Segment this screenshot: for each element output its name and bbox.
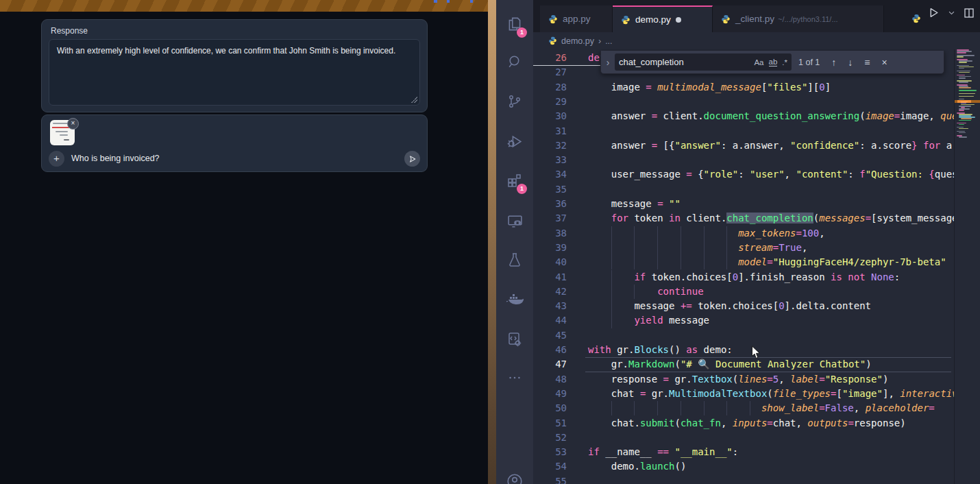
resize-handle[interactable] [411,97,417,103]
code-editor[interactable]: 26def2728 image = multimodal_message["fi… [533,49,980,484]
line-number[interactable]: 32 [533,138,567,153]
testing-icon[interactable] [496,245,533,275]
code-text: for token in client.chat_completion(mess… [567,211,980,226]
line-number[interactable]: 36 [533,197,567,211]
indent-guide [611,241,612,255]
line-number[interactable]: 31 [533,124,567,138]
whole-word-icon[interactable]: ab [769,58,778,66]
line-number[interactable]: 39 [533,241,567,255]
line-number[interactable]: 49 [533,387,567,401]
find-input[interactable]: chat_completion Aa ab .* [615,53,792,71]
line-number[interactable]: 35 [533,182,567,197]
minimap-line [959,87,971,88]
minimap-line [959,128,968,130]
line-number[interactable]: 26 [533,51,567,65]
code-text: continue [567,285,704,299]
minimap[interactable] [954,49,980,484]
indent-guide [681,241,681,255]
find-previous-icon[interactable]: ↑ [831,57,836,68]
split-editor-icon[interactable] [964,8,975,19]
line-number[interactable]: 43 [533,299,567,313]
regex-icon[interactable]: .* [782,58,787,66]
line-number[interactable]: 55 [533,474,567,484]
line-number[interactable]: 53 [533,445,567,459]
run-dropdown-chevron-icon[interactable] [948,9,955,16]
code-line: 46with gr.Blocks() as demo: [533,343,733,357]
breadcrumb-separator-icon: › [598,36,601,46]
breadcrumb-file[interactable]: demo.py [561,36,594,46]
find-next-icon[interactable]: ↓ [848,57,853,68]
indent-guide [657,255,658,269]
line-number[interactable]: 46 [533,343,567,357]
chat-message-input[interactable]: Who is being invoiced? [71,154,160,163]
response-label: Response [51,26,88,36]
minimap-line [957,65,969,66]
minimap-line [959,77,966,79]
minimap-line [959,120,971,121]
code-text [567,182,588,197]
tab-app-py[interactable]: app.py [540,5,613,32]
line-number[interactable]: 52 [533,431,567,445]
code-gear-icon[interactable] [496,324,533,354]
remove-attachment-button[interactable]: × [67,118,79,130]
line-number[interactable]: 48 [533,372,567,387]
line-number[interactable]: 45 [533,328,567,343]
run-button-icon[interactable] [928,7,940,19]
line-number[interactable]: 54 [533,459,567,474]
send-button[interactable] [404,151,420,167]
line-number[interactable]: 41 [533,270,567,285]
line-number[interactable]: 44 [533,313,567,328]
line-number[interactable]: 30 [533,109,567,123]
run-and-debug-icon[interactable] [496,126,533,156]
remote-explorer-icon[interactable] [496,206,533,236]
modified-dot-icon[interactable] [676,17,681,23]
match-case-icon[interactable]: Aa [754,58,763,66]
line-number[interactable]: 38 [533,226,567,241]
line-number[interactable]: 29 [533,95,567,109]
code-line: 32 answer = [{"answer": a.answer, "confi… [533,138,980,153]
code-line: 54 demo.launch() [533,459,686,474]
code-line: 31 [533,124,588,138]
find-collapse-chevron-icon[interactable]: › [601,57,615,68]
source-control-icon[interactable] [496,86,533,117]
line-number[interactable]: 33 [533,153,567,167]
add-file-button[interactable]: + [49,151,64,167]
line-number[interactable]: 40 [533,255,567,269]
badge: 1 [517,184,527,194]
code-line: 55 [533,474,588,484]
indent-guide [634,226,635,241]
find-close-icon[interactable]: × [881,57,887,68]
line-number[interactable]: 42 [533,285,567,299]
find-query-text[interactable]: chat_completion [619,57,749,67]
response-textarea[interactable]: With an extremely high level of confiden… [49,39,420,106]
indent-guide [704,401,705,415]
code-line: 53if __name__ == "__main__": [533,445,738,459]
tab-client-py[interactable]: _client.py ~/.../python3.11/... [713,5,884,32]
more-icon[interactable] [496,363,533,393]
line-number[interactable]: 37 [533,211,567,226]
code-line: 48 response = gr.Textbox(lines=5, label=… [533,372,888,387]
tab-demo-py[interactable]: demo.py [613,5,713,32]
search-icon[interactable] [496,47,533,77]
account-icon[interactable] [496,466,533,484]
indent-guide [681,401,681,415]
line-number[interactable]: 34 [533,167,567,182]
line-number[interactable]: 51 [533,416,567,431]
minimap-line [959,82,968,83]
extensions-icon[interactable]: 1 [496,165,533,195]
line-number[interactable]: 50 [533,401,567,415]
breadcrumb-tail[interactable]: ... [605,36,612,46]
explorer-icon[interactable]: 1 [496,9,533,39]
minimap-line [959,66,974,68]
line-number[interactable]: 27 [533,65,567,80]
code-line: 28 image = multimodal_message["files"][0… [533,80,831,95]
wallpaper-dot [434,0,437,3]
breadcrumb[interactable]: demo.py › ... [533,32,980,49]
response-text: With an extremely high level of confiden… [57,46,395,56]
minimap-line [959,124,964,125]
find-in-selection-icon[interactable]: ≡ [864,57,870,68]
line-number[interactable]: 28 [533,80,567,95]
docker-icon[interactable] [496,285,533,315]
line-number[interactable]: 47 [533,357,567,372]
python-icon-partial-tab[interactable] [911,14,921,23]
